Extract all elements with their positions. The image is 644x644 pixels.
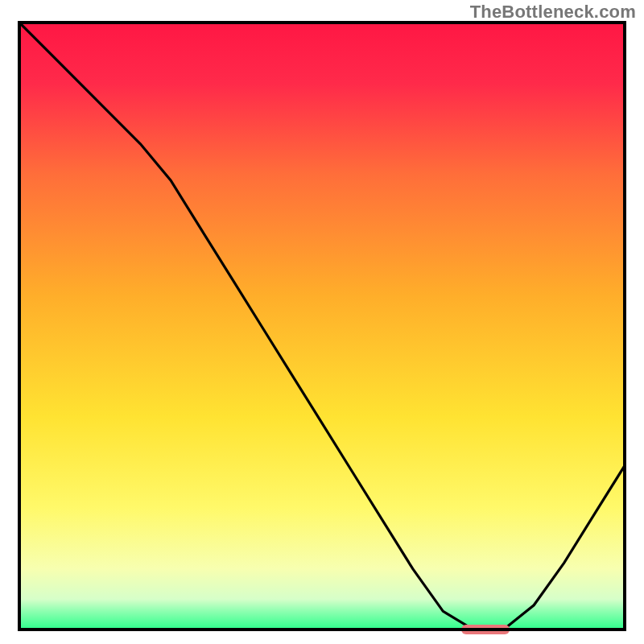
watermark-text: TheBottleneck.com <box>470 2 636 23</box>
bottleneck-chart <box>0 0 644 644</box>
chart-container: TheBottleneck.com <box>0 0 644 644</box>
